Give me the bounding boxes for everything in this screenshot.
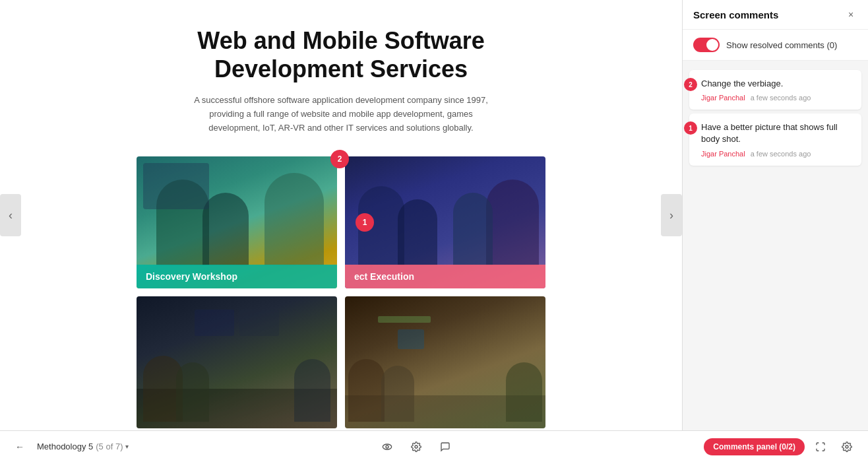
comment-text: Have a better picture that shows full bo… (698, 121, 852, 145)
image-card-discovery: Discovery Workshop (137, 156, 337, 288)
card-label-discovery: Discovery Workshop (137, 265, 337, 288)
comment-meta: Jigar Panchal a few seconds ago (698, 150, 852, 158)
comments-panel: Screen comments × Show resolved comments… (682, 0, 868, 430)
comment-badge-1[interactable]: 1 (356, 213, 374, 232)
comment-item[interactable]: 2 Change the verbiage. Jigar Panchal a f… (689, 70, 861, 110)
bottom-bar: ← Methodology 5 (5 of 7) ▾ Comments pane… (0, 430, 868, 462)
comment-number: 2 (684, 78, 697, 91)
comments-list: 2 Change the verbiage. Jigar Panchal a f… (683, 61, 868, 430)
panel-title: Screen comments (693, 9, 778, 20)
bottom-left: ← Methodology 5 (5 of 7) ▾ (11, 438, 129, 456)
show-resolved-label: Show resolved comments (0) (726, 40, 837, 50)
prev-slide-arrow[interactable]: ‹ (0, 194, 21, 236)
gear-icon-button[interactable] (836, 436, 857, 457)
chevron-down-icon: ▾ (125, 443, 129, 450)
comment-author: Jigar Panchal (701, 94, 745, 102)
resolved-toggle-row: Show resolved comments (0) (683, 30, 868, 61)
comment-badge-2[interactable]: 2 (330, 150, 349, 168)
slide-count: (5 of 7) (96, 442, 123, 451)
settings-icon[interactable] (407, 438, 425, 456)
image-card-execution: 1 ect Execution (345, 156, 545, 288)
slide-name: Methodology 5 (37, 442, 93, 451)
svg-point-3 (846, 446, 848, 448)
comment-time: a few seconds ago (751, 150, 811, 158)
image-card-team (137, 296, 337, 428)
comment-number: 1 (684, 121, 697, 135)
close-panel-button[interactable]: × (844, 8, 857, 21)
back-nav-button[interactable]: ← (11, 438, 29, 456)
comment-meta: Jigar Panchal a few seconds ago (698, 94, 852, 102)
page-subtitle: A successful offshore software applicati… (183, 94, 499, 135)
image-card-meeting (345, 296, 545, 428)
page-title: Web and Mobile Software Development Serv… (143, 26, 539, 83)
card-label-execution: ect Execution (345, 265, 545, 288)
bottom-center (378, 438, 454, 456)
toggle-knob (706, 39, 718, 51)
eye-icon[interactable] (378, 438, 396, 456)
comment-time: a few seconds ago (751, 94, 811, 102)
image-grid: Discovery Workshop 1 ect Execution (137, 156, 545, 428)
comment-text: Change the verbiage. (698, 78, 852, 90)
bottom-right: Comments panel (0/2) (704, 436, 857, 457)
comment-author: Jigar Panchal (701, 150, 745, 158)
comment-item[interactable]: 1 Have a better picture that shows full … (689, 114, 861, 165)
fullscreen-button[interactable] (810, 436, 831, 457)
slide-info[interactable]: Methodology 5 (5 of 7) ▾ (37, 442, 129, 451)
content-area: ‹ › Web and Mobile Software Development … (0, 0, 682, 430)
next-slide-arrow[interactable]: › (661, 194, 682, 236)
svg-point-1 (386, 446, 388, 448)
svg-point-0 (383, 444, 392, 449)
svg-point-2 (415, 446, 418, 448)
comments-panel-button[interactable]: Comments panel (0/2) (704, 438, 805, 455)
panel-header: Screen comments × (683, 0, 868, 30)
show-resolved-toggle[interactable] (693, 38, 720, 52)
chat-icon[interactable] (436, 438, 454, 456)
